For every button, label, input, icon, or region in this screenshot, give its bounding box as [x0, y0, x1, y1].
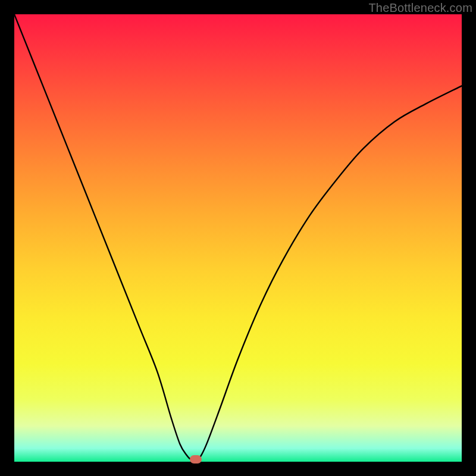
optimum-marker	[190, 455, 202, 464]
bottleneck-curve	[14, 14, 462, 462]
chart-frame: TheBottleneck.com	[0, 0, 476, 476]
watermark-text: TheBottleneck.com	[368, 1, 472, 15]
plot-area	[14, 14, 462, 462]
